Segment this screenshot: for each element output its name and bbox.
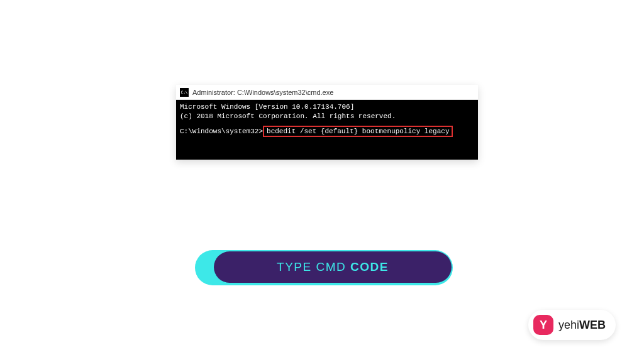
cmd-input-line: C:\Windows\system32> bcdedit /set {defau…: [180, 126, 474, 137]
instruction-badge: TYPE CMD CODE: [195, 250, 453, 285]
logo-letter: Y: [540, 319, 547, 332]
logo-text-part2: WEB: [579, 319, 606, 331]
logo-text-part1: yehi: [558, 319, 579, 331]
cmd-copyright-line: (c) 2018 Microsoft Corporation. All righ…: [180, 112, 474, 121]
logo-text: yehiWEB: [558, 319, 606, 332]
badge-text-bold: CODE: [350, 260, 389, 273]
badge-label: TYPE CMD CODE: [277, 260, 389, 274]
cmd-entered-command: bcdedit /set {default} bootmenupolicy le…: [263, 126, 453, 137]
badge-text-normal: TYPE CMD: [277, 260, 350, 273]
cmd-version-line: Microsoft Windows [Version 10.0.17134.70…: [180, 102, 474, 112]
cmd-prompt-icon: [180, 88, 189, 97]
cmd-window-title: Administrator: C:\Windows\system32\cmd.e…: [192, 89, 333, 96]
cmd-body[interactable]: Microsoft Windows [Version 10.0.17134.70…: [176, 100, 478, 160]
logo-icon: Y: [533, 315, 553, 335]
cmd-titlebar: Administrator: C:\Windows\system32\cmd.e…: [176, 85, 478, 100]
brand-logo: Y yehiWEB: [528, 310, 616, 340]
cmd-window: Administrator: C:\Windows\system32\cmd.e…: [176, 85, 478, 160]
badge-foreground: TYPE CMD CODE: [214, 251, 452, 283]
cmd-prompt-path: C:\Windows\system32>: [180, 128, 263, 135]
